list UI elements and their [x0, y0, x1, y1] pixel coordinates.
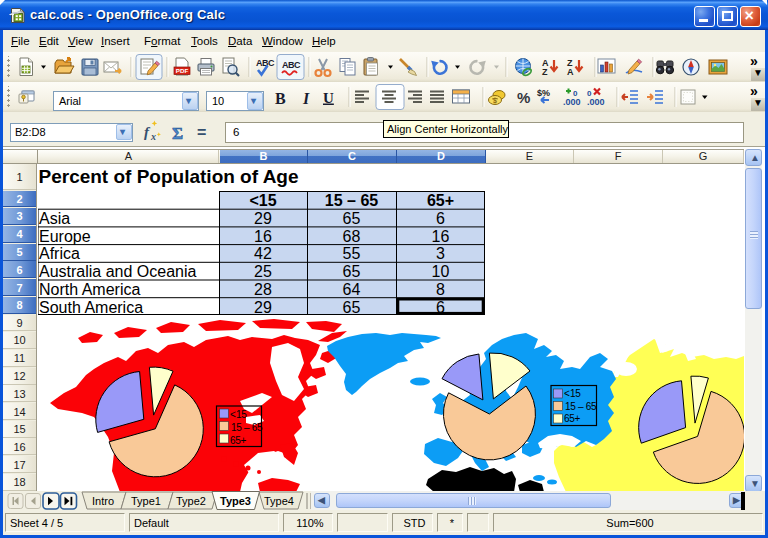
- svg-text:16: 16: [254, 228, 272, 245]
- svg-text:$%: $%: [537, 88, 550, 98]
- svg-text:Type1: Type1: [131, 495, 161, 507]
- svg-text:.000: .000: [563, 97, 581, 107]
- svg-text:Australia and Oceania: Australia and Oceania: [39, 263, 197, 280]
- svg-text:<15: <15: [249, 192, 276, 209]
- svg-text:29: 29: [254, 210, 272, 227]
- svg-text:South America: South America: [39, 299, 143, 316]
- svg-text:North America: North America: [39, 281, 140, 298]
- svg-text:.000: .000: [587, 97, 605, 107]
- svg-text:Asia: Asia: [39, 210, 70, 227]
- svg-text:f: f: [144, 124, 151, 140]
- svg-text:A: A: [567, 67, 574, 77]
- svg-text:8: 8: [436, 281, 445, 298]
- svg-text:=: =: [197, 124, 206, 141]
- svg-text:42: 42: [254, 245, 272, 262]
- svg-text:< 15: < 15: [230, 409, 247, 420]
- svg-text:ABC: ABC: [282, 60, 301, 70]
- svg-text:PDF: PDF: [176, 67, 189, 74]
- svg-text:6: 6: [436, 299, 445, 316]
- svg-text:10: 10: [432, 263, 450, 280]
- svg-text:16: 16: [432, 228, 450, 245]
- svg-text:x: x: [150, 131, 156, 142]
- svg-text:Σ: Σ: [172, 124, 183, 143]
- svg-text:65+: 65+: [230, 435, 247, 446]
- svg-text:25: 25: [254, 263, 272, 280]
- svg-text:U: U: [323, 90, 334, 106]
- svg-text:64: 64: [343, 281, 361, 298]
- svg-text:Europe: Europe: [39, 228, 91, 245]
- svg-text:Z: Z: [542, 67, 548, 77]
- svg-text:15 – 65: 15 – 65: [325, 192, 378, 209]
- svg-text:Africa: Africa: [39, 245, 80, 262]
- svg-text:65: 65: [343, 263, 361, 280]
- svg-text:15 – 65: 15 – 65: [231, 422, 263, 433]
- svg-text:29: 29: [254, 299, 272, 316]
- svg-text:$: $: [493, 97, 497, 105]
- svg-text:65: 65: [343, 210, 361, 227]
- svg-text:Intro: Intro: [92, 495, 114, 507]
- svg-text:65+: 65+: [564, 413, 581, 424]
- svg-text:B: B: [275, 90, 286, 107]
- svg-text:28: 28: [254, 281, 272, 298]
- svg-text:I: I: [302, 90, 310, 107]
- svg-text:65: 65: [343, 299, 361, 316]
- svg-text:Percent of Population of Age: Percent of Population of Age: [39, 166, 299, 187]
- svg-text:15 – 65: 15 – 65: [565, 401, 597, 412]
- svg-text:65+: 65+: [427, 192, 454, 209]
- svg-text:68: 68: [343, 228, 361, 245]
- svg-text:3: 3: [436, 245, 445, 262]
- svg-text:Type2: Type2: [176, 495, 206, 507]
- svg-text:< 15: < 15: [564, 388, 581, 399]
- svg-text:Type3: Type3: [220, 495, 251, 507]
- svg-text:Type4: Type4: [264, 495, 294, 507]
- svg-text:55: 55: [343, 245, 361, 262]
- svg-text:6: 6: [436, 210, 445, 227]
- svg-text:%: %: [517, 89, 530, 106]
